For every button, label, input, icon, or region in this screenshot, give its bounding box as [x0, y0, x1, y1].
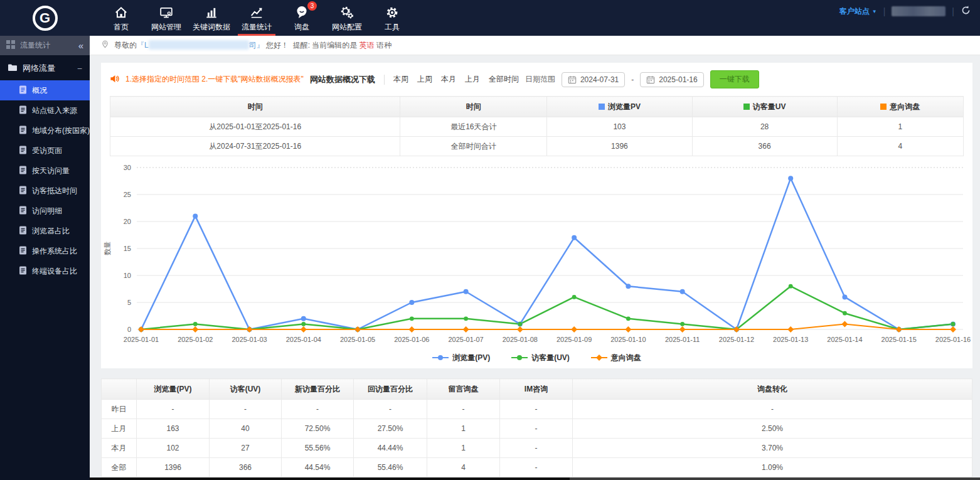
- table-row-this-month: 本月 102 27 55.56% 44.44% 1 - 3.70%: [102, 439, 972, 458]
- section-collapse-toggle[interactable]: −: [77, 63, 82, 73]
- collapse-sidebar-icon[interactable]: «: [78, 40, 83, 51]
- date-range-label: 日期范围: [525, 74, 555, 85]
- nav-tab-site-management[interactable]: 网站管理: [144, 0, 189, 36]
- site-selector-dropdown[interactable]: 客户站点 ▼: [839, 6, 877, 17]
- nav-tab-label: 网站配置: [332, 22, 362, 33]
- cell-label: 全部时间合计: [400, 137, 547, 156]
- main-content: 尊敬的『L司』 您好！ 提醒: 当前编辑的是 英语 语种 1.选择指定的时间范围…: [90, 36, 980, 480]
- legend-item-2[interactable]: 意向询盘: [591, 353, 641, 363]
- nav-tab-label: 首页: [114, 22, 129, 33]
- nav-tab-tools[interactable]: 工具: [370, 0, 415, 36]
- period-stats-table: 浏览量(PV) 访客(UV) 新访量百分比 回访量百分比 留言询盘 IM咨询 询…: [101, 378, 972, 477]
- range-all-time[interactable]: 全部时间: [489, 74, 519, 85]
- document-icon: [19, 266, 27, 277]
- stats-header-row: 浏览量(PV) 访客(UV) 新访量百分比 回访量百分比 留言询盘 IM咨询 询…: [102, 379, 972, 400]
- sidebar-section-network-traffic[interactable]: 网络流量 −: [0, 55, 90, 80]
- period-stats-panel: 浏览量(PV) 访客(UV) 新访量百分比 回访量百分比 留言询盘 IM咨询 询…: [101, 378, 972, 477]
- chart-canvas[interactable]: 051015202530数量2025-01-012025-01-022025-0…: [101, 161, 972, 349]
- svg-text:0: 0: [127, 326, 131, 333]
- legend-item-0[interactable]: 浏览量(PV): [432, 353, 490, 363]
- scrollbar-thumb[interactable]: [90, 477, 570, 480]
- document-icon: [19, 166, 27, 176]
- sidebar-item-device-share[interactable]: 终端设备占比: [0, 261, 90, 281]
- sidebar-item-daily-visits[interactable]: 按天访问量: [0, 161, 90, 181]
- speaker-icon: [110, 74, 119, 85]
- notice-text: 尊敬的『L司』 您好！ 提醒: 当前编辑的是 英语 语种: [114, 40, 391, 51]
- app-logo[interactable]: G: [0, 0, 90, 36]
- nav-tab-label: 询盘: [294, 22, 309, 33]
- nav-tab-keyword-data[interactable]: 关键词数据: [189, 0, 234, 36]
- col-new-visit-pct: 新访量百分比: [282, 379, 354, 400]
- date-to-input[interactable]: 2025-01-16: [640, 72, 703, 87]
- document-icon: [19, 186, 27, 196]
- sidebar-item-overview[interactable]: 概况: [0, 80, 90, 100]
- svg-text:2025-01-16: 2025-01-16: [935, 336, 971, 343]
- panel-title: 网站数据概况下载: [310, 74, 375, 85]
- legend-item-1[interactable]: 访客量(UV): [511, 353, 570, 363]
- col-pv: 浏览量(PV): [137, 379, 210, 400]
- sidebar-item-os-share[interactable]: 操作系统占比: [0, 241, 90, 261]
- nav-tab-home[interactable]: 首页: [99, 0, 144, 36]
- inquiry-badge: 3: [307, 1, 317, 11]
- svg-text:2025-01-11: 2025-01-11: [665, 336, 700, 343]
- col-pv: 浏览量PV: [547, 97, 692, 117]
- svg-text:2025-01-15: 2025-01-15: [881, 336, 917, 343]
- series-markers-0: [139, 176, 956, 332]
- table-row-yesterday: 昨日 - - - - - - -: [102, 400, 972, 419]
- nav-tab-site-config[interactable]: 网站配置: [324, 0, 370, 36]
- table-row: 从2025-01-01至2025-01-16 最近16天合计 103 28 1: [110, 117, 964, 137]
- traffic-line-chart[interactable]: 051015202530数量2025-01-012025-01-022025-0…: [101, 161, 972, 368]
- y-axis-title: 数量: [104, 242, 111, 255]
- sidebar-item-inbound-sources[interactable]: 站点链入来源: [0, 100, 90, 120]
- bracket-open: 『: [137, 41, 144, 50]
- svg-text:2025-01-06: 2025-01-06: [394, 336, 429, 343]
- folder-icon: [8, 63, 18, 74]
- cell-inquiry: 4: [837, 137, 963, 156]
- document-icon: [19, 85, 27, 96]
- divider: |: [952, 6, 954, 16]
- cell-label: 最近16天合计: [400, 117, 547, 137]
- svg-text:2025-01-01: 2025-01-01: [124, 336, 159, 343]
- refresh-icon[interactable]: [961, 5, 971, 18]
- document-icon: [19, 105, 27, 116]
- legend-label: 浏览量(PV): [452, 353, 490, 363]
- cell-pv: 1396: [547, 137, 692, 156]
- date-from-input[interactable]: 2024-07-31: [562, 72, 625, 87]
- nav-tab-inquiries[interactable]: 3 询盘: [279, 0, 324, 36]
- home-icon: [114, 5, 128, 20]
- summary-table: 时间 时间 浏览量PV 访客量UV 意向询盘 从2025-01-01至2025-…: [110, 96, 964, 156]
- divider: |: [883, 6, 886, 16]
- cell-pv: 103: [547, 117, 692, 137]
- svg-text:2025-01-08: 2025-01-08: [503, 336, 538, 343]
- range-this-week[interactable]: 本周: [393, 74, 408, 85]
- col-im-consult: IM咨询: [500, 379, 573, 400]
- legend-marker: [432, 355, 449, 361]
- col-inquiry-conversion: 询盘转化: [573, 379, 972, 400]
- sidebar-item-visit-details[interactable]: 访问明细: [0, 201, 90, 221]
- range-last-month[interactable]: 上月: [465, 74, 480, 85]
- date-from-value: 2024-07-31: [580, 75, 619, 84]
- notice-language: 英语: [360, 41, 375, 50]
- main-nav: 首页 网站管理 关键词数据 流量统计 3 询盘: [99, 0, 415, 36]
- date-separator: -: [631, 75, 634, 84]
- one-click-download-button[interactable]: 一键下载: [710, 70, 759, 88]
- sidebar-item-visitor-arrival-time[interactable]: 访客抵达时间: [0, 181, 90, 201]
- notice-reminder: 提醒: 当前编辑的是: [293, 41, 358, 50]
- col-empty: [102, 379, 137, 400]
- sidebar-item-label: 终端设备占比: [32, 266, 77, 277]
- notice-tail: 语种: [376, 41, 391, 50]
- nav-tab-label: 工具: [385, 22, 400, 33]
- legend-marker: [511, 355, 528, 361]
- svg-text:2025-01-04: 2025-01-04: [286, 336, 321, 343]
- nav-tab-traffic-stats[interactable]: 流量统计: [234, 0, 279, 36]
- sidebar-item-visited-pages[interactable]: 受访页面: [0, 141, 90, 161]
- document-icon: [19, 125, 27, 136]
- horizontal-scrollbar[interactable]: [90, 477, 980, 480]
- sidebar-item-geo-distribution[interactable]: 地域分布(按国家): [0, 120, 90, 141]
- range-last-week[interactable]: 上周: [417, 74, 432, 85]
- document-icon: [19, 246, 27, 257]
- svg-text:30: 30: [124, 164, 131, 171]
- range-this-month[interactable]: 本月: [441, 74, 456, 85]
- sidebar-item-label: 站点链入来源: [32, 105, 77, 116]
- sidebar-item-browser-share[interactable]: 浏览器占比: [0, 221, 90, 241]
